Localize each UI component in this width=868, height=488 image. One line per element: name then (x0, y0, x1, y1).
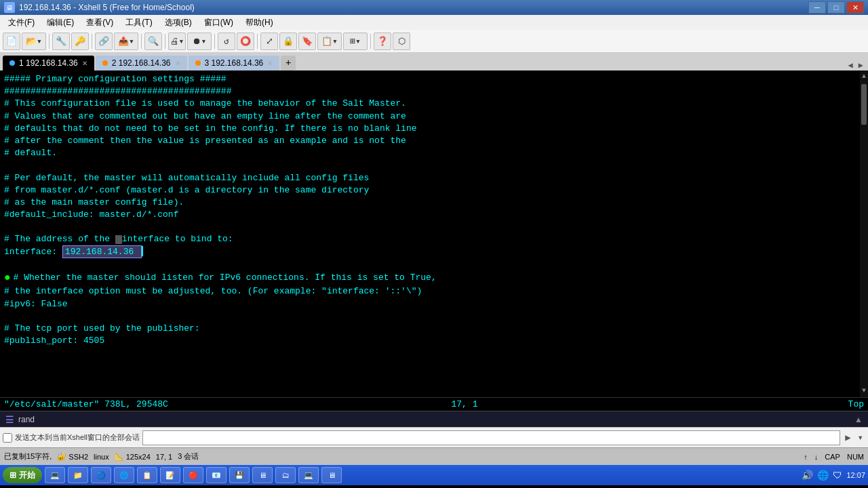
broadcast-label: 发送文本到当前Xshell窗口的全部会话 (15, 432, 140, 443)
scroll-arrow-down[interactable]: ↓ (814, 453, 818, 461)
taskbar-app9[interactable]: 💾 (229, 467, 250, 483)
scroll-thumb[interactable] (861, 84, 867, 125)
session-button[interactable]: 📋▾ (317, 33, 342, 50)
scrollbar[interactable]: ▲ ▼ (860, 70, 868, 397)
new-session-button[interactable]: 📄 (3, 33, 20, 50)
audio-icon[interactable]: 🔊 (802, 470, 813, 481)
taskbar-app5[interactable]: 📋 (137, 467, 157, 483)
disconnect-button[interactable]: ⭕ (237, 33, 254, 50)
windows-logo: ⊞ (9, 470, 16, 480)
term-line-12: #default_include: master.d/*.conf (4, 209, 859, 221)
input-send-arrow[interactable]: ▶ (843, 432, 852, 443)
transfer-button[interactable]: 📤▾ (114, 33, 138, 50)
resize-button[interactable]: ⤢ (260, 33, 278, 50)
titlebar-left: 🖥 192.168.14.36 - Xshell 5 (Free for Hom… (4, 2, 195, 13)
caps-indicator: CAP (825, 453, 840, 461)
taskbar-xshell[interactable]: 💻 (45, 467, 65, 483)
sysbar: 已复制15字符, 🔐 SSH2 linux 📐 125x24 17, 1 3 会… (0, 447, 868, 465)
taskbar: ⊞ 开始 💻 📁 🔵 🌐 📋 📝 🔴 📧 💾 🖥 🗂 💻 🖥 🔊 🌐 (0, 465, 868, 485)
tab-add-button[interactable]: + (281, 56, 296, 70)
term-line-11: # as the main master config file). (4, 197, 859, 209)
print-button[interactable]: 🖨▾ (168, 33, 186, 50)
close-button[interactable]: ✕ (846, 1, 864, 14)
sysbar-curpos: 17, 1 (156, 453, 172, 461)
num-indicator: NUM (847, 453, 864, 461)
bookmark-button[interactable]: 🔖 (298, 33, 316, 50)
app3-icon: 🔵 (96, 470, 106, 481)
tab-3-label: 3 192.168.14.36 (205, 58, 264, 68)
minimize-button[interactable]: ─ (808, 1, 826, 14)
properties-button[interactable]: 🔧 (52, 33, 70, 50)
taskbar-app7[interactable]: 🔴 (183, 467, 203, 483)
taskbar-app13[interactable]: 🖥 (321, 467, 342, 483)
xshell-icon: 💻 (50, 470, 60, 481)
tab-3-close[interactable]: ✕ (267, 60, 273, 67)
term-line-19: #ipv6: False (4, 298, 859, 310)
terminal-icon: 📧 (211, 470, 222, 481)
key-button[interactable]: 🔑 (71, 33, 89, 50)
menu-tools[interactable]: 工具(T) (120, 16, 157, 30)
file-status: "/etc/salt/master" 738L, 29548C 17, 1 To… (0, 397, 868, 411)
sysbar-os: linux (94, 453, 109, 461)
text-input[interactable] (142, 430, 840, 445)
tab-1-dot (9, 60, 15, 66)
maximize-button[interactable]: □ (827, 1, 845, 14)
taskbar-app12[interactable]: 💻 (298, 467, 319, 483)
lock-button[interactable]: 🔒 (279, 33, 297, 50)
term-line-18: # the interface option must be adjusted,… (4, 285, 859, 298)
taskbar-app10[interactable]: 🖥 (252, 467, 273, 483)
taskbar-word[interactable]: 📝 (160, 467, 180, 483)
open-button[interactable]: 📂▾ (22, 33, 46, 50)
tab-2-close[interactable]: ✕ (175, 60, 180, 67)
start-button[interactable]: ⊞ 开始 (3, 467, 42, 483)
scroll-up[interactable]: ▲ (861, 70, 867, 83)
tab-1-close[interactable]: ✕ (82, 60, 87, 67)
menu-file[interactable]: 文件(F) (3, 16, 40, 30)
connect-button[interactable]: 🔗 (95, 33, 113, 50)
term-line-9: # Per default, the master will automatic… (4, 172, 859, 184)
menu-view[interactable]: 查看(V) (81, 16, 119, 30)
panel-expand[interactable]: ▲ (854, 415, 863, 424)
term-line-7: # default. (4, 147, 859, 159)
menu-edit[interactable]: 编辑(E) (41, 16, 79, 30)
tab-3[interactable]: 3 192.168.14.36 ✕ (189, 56, 280, 70)
record-button[interactable]: ⏺▾ (187, 33, 212, 50)
term-line-22: #publish_port: 4505 (4, 335, 859, 347)
terminal[interactable]: ##### Primary configuration settings ###… (0, 70, 868, 397)
taskbar-terminal[interactable]: 📧 (206, 467, 226, 483)
taskbar-app3[interactable]: 🔵 (91, 467, 111, 483)
tab-2-dot (102, 60, 108, 66)
broadcast-checkbox[interactable] (3, 433, 12, 443)
taskbar-app11[interactable]: 🗂 (275, 467, 296, 483)
layout-button[interactable]: ⊞▾ (343, 33, 368, 50)
extra-button[interactable]: ⬡ (393, 33, 410, 50)
app10-icon: 🖥 (257, 470, 268, 481)
toolbar-sep1 (49, 34, 50, 49)
size-icon: 📐 (115, 452, 124, 461)
scroll-arrow-up[interactable]: ↑ (804, 453, 808, 461)
tab-next-button[interactable]: ▶ (856, 60, 865, 70)
input-dropdown-arrow[interactable]: ▾ (856, 432, 865, 443)
find-button[interactable]: 🔍 (144, 33, 162, 50)
menu-options[interactable]: 选项(B) (159, 16, 197, 30)
tab-2[interactable]: 2 192.168.14.36 ✕ (96, 56, 187, 70)
app11-icon: 🗂 (280, 470, 291, 481)
refresh-button[interactable]: ↺ (218, 33, 235, 50)
scroll-down[interactable]: ▼ (861, 385, 867, 397)
menubar: 文件(F) 编辑(E) 查看(V) 工具(T) 选项(B) 窗口(W) 帮助(H… (0, 15, 868, 30)
taskbar-browser[interactable]: 🌐 (114, 467, 134, 483)
toolbar-sep3 (141, 34, 142, 49)
help-button[interactable]: ❓ (374, 33, 391, 50)
menu-window[interactable]: 窗口(W) (199, 16, 239, 30)
sysbar-copied: 已复制15字符, (4, 451, 52, 462)
security-icon[interactable]: 🛡 (833, 470, 842, 481)
taskbar-folder[interactable]: 📁 (68, 467, 88, 483)
tab-1[interactable]: 1 192.168.14.36 ✕ (3, 56, 94, 70)
menu-help[interactable]: 帮助(H) (240, 16, 279, 30)
app12-icon: 💻 (303, 470, 314, 481)
tab-prev-button[interactable]: ◀ (846, 60, 855, 70)
file-info: "/etc/salt/master" 738L, 29548C (4, 399, 168, 409)
tab-1-label: 1 192.168.14.36 (19, 58, 78, 68)
start-label: 开始 (19, 470, 35, 481)
network-icon[interactable]: 🌐 (817, 470, 829, 481)
